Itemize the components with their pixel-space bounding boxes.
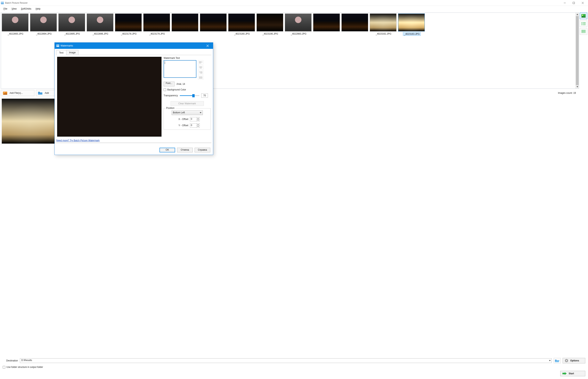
watermark-text-input[interactable] <box>164 60 196 78</box>
menu-file[interactable]: File <box>1 7 9 11</box>
dialog-footer: OK Отмена Справка <box>55 145 213 155</box>
transparency-value[interactable]: 70 <box>201 93 208 98</box>
chevron-down-icon <box>200 112 201 113</box>
svg-line-45 <box>565 359 566 360</box>
svg-line-46 <box>567 362 568 362</box>
svg-marker-39 <box>555 361 559 362</box>
align-justify-button[interactable] <box>198 75 203 80</box>
spin-up-icon[interactable] <box>196 124 199 126</box>
dialog-title: Watermarks <box>60 44 73 47</box>
svg-line-47 <box>567 359 568 360</box>
minimize-button[interactable] <box>560 0 569 6</box>
text-align-buttons <box>198 60 203 80</box>
svg-rect-4 <box>573 2 575 4</box>
options-label: Options <box>570 359 579 362</box>
folder-open-icon <box>555 359 559 363</box>
spin-down-icon[interactable] <box>196 119 199 121</box>
svg-point-40 <box>566 360 568 362</box>
more-link[interactable]: Need more? Try Batch Picture Watermark <box>56 138 100 142</box>
use-folder-structure-row: Use folder structure in output folder <box>3 366 585 368</box>
tab-image[interactable]: Image <box>66 50 78 55</box>
menu-softorbits[interactable]: SoftOrbits <box>19 7 33 11</box>
watermark-preview-image <box>58 58 161 136</box>
start-label: Start <box>569 372 574 375</box>
start-button[interactable]: Start <box>560 371 585 376</box>
menu-help[interactable]: Help <box>34 7 43 11</box>
watermarks-dialog: Watermarks Text Image Watermark Tex <box>54 42 213 155</box>
transparency-slider[interactable] <box>180 94 199 97</box>
spin-down-icon[interactable] <box>196 126 199 127</box>
font-button[interactable]: Font... <box>164 82 175 86</box>
text-caret <box>165 61 165 64</box>
menu-view[interactable]: View <box>10 7 18 11</box>
svg-marker-32 <box>200 112 201 113</box>
font-description: Arial, 14 <box>177 83 185 85</box>
group-position-title: Position <box>165 107 175 110</box>
maximize-button[interactable] <box>569 0 578 6</box>
bottom-bar: Destination D:\Results Options Use folde… <box>0 356 588 379</box>
dialog-icon <box>56 44 59 47</box>
background-color-checkbox[interactable] <box>164 89 166 91</box>
dialog-close-button[interactable] <box>204 43 211 49</box>
tab-panel-text: Watermark Text <box>56 55 211 138</box>
svg-marker-34 <box>197 120 199 121</box>
svg-rect-29 <box>57 45 59 46</box>
modal-overlay: Watermarks Text Image Watermark Tex <box>0 12 588 358</box>
clear-watermark-button[interactable]: Clear Watermark <box>171 101 204 106</box>
cancel-button[interactable]: Отмена <box>177 148 193 152</box>
position-select[interactable]: Bottom Left <box>172 111 203 115</box>
ok-button[interactable]: OK <box>160 148 175 152</box>
x-offset-value: 0 <box>191 118 192 120</box>
use-folder-structure-checkbox[interactable] <box>3 366 5 368</box>
spin-up-icon[interactable] <box>196 117 199 119</box>
align-left-button[interactable] <box>198 60 203 64</box>
destination-label: Destination <box>3 359 18 362</box>
svg-line-48 <box>565 362 566 362</box>
window-controls <box>560 0 587 6</box>
arrow-right-icon <box>562 372 567 375</box>
y-offset-value: 0 <box>191 124 192 126</box>
start-row: Start <box>3 371 585 376</box>
titlebar: Batch Picture Resizer <box>0 0 588 6</box>
svg-marker-36 <box>197 126 199 127</box>
dialog-tabs: Text Image <box>56 50 211 55</box>
transparency-row: Transparency 70 <box>164 93 211 98</box>
use-folder-structure-label: Use folder structure in output folder <box>6 366 43 368</box>
destination-value: D:\Results <box>21 359 32 362</box>
tab-text[interactable]: Text <box>56 50 66 55</box>
background-color-label: Background Color <box>167 88 186 91</box>
browse-destination-button[interactable] <box>554 358 561 363</box>
options-button[interactable]: Options <box>563 358 585 363</box>
group-watermark-text-title: Watermark Text <box>164 57 211 59</box>
x-offset-input[interactable]: 0 <box>190 117 200 121</box>
align-center-button[interactable] <box>198 65 203 70</box>
svg-marker-35 <box>197 124 199 125</box>
app-icon <box>1 1 4 4</box>
dialog-titlebar[interactable]: Watermarks <box>55 43 213 49</box>
y-offset-label: Y - Offset <box>175 124 188 127</box>
svg-marker-33 <box>197 118 199 119</box>
close-button[interactable] <box>578 0 587 6</box>
group-position: Position Bottom Left X - Offset 0 <box>164 108 211 130</box>
group-watermark-text: Watermark Text <box>164 57 211 91</box>
dialog-body: Text Image Watermark Text <box>55 49 213 145</box>
destination-row: Destination D:\Results Options <box>3 358 585 363</box>
destination-input[interactable]: D:\Results <box>20 358 552 363</box>
y-offset-input[interactable]: 0 <box>190 123 200 127</box>
svg-marker-37 <box>549 360 551 361</box>
svg-marker-49 <box>562 372 567 375</box>
gear-icon <box>565 359 568 363</box>
menubar: File View SoftOrbits Help <box>0 6 588 12</box>
chevron-down-icon <box>549 360 551 361</box>
main-region: _4022893.JPG_4022894.JPG_4022895.JPG_402… <box>0 12 588 358</box>
watermark-controls: Watermark Text <box>164 57 211 137</box>
window-title: Batch Picture Resizer <box>5 1 28 4</box>
watermark-preview <box>57 57 162 137</box>
align-right-button[interactable] <box>198 70 203 75</box>
x-offset-label: X - Offset <box>175 118 188 121</box>
position-value: Bottom Left <box>173 111 185 114</box>
transparency-label: Transparency <box>164 94 178 97</box>
svg-rect-2 <box>1 2 3 3</box>
help-button[interactable]: Справка <box>195 148 210 152</box>
